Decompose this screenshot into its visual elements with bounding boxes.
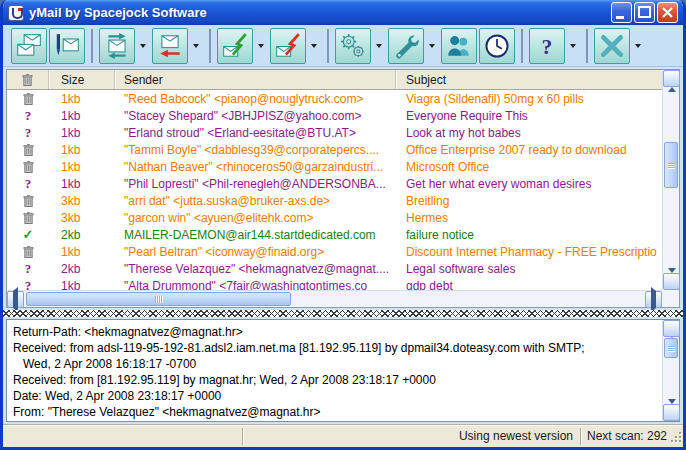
email-row[interactable]: ?1kb"Phil Lopresti" <Phil-renegleh@ANDER… bbox=[7, 175, 662, 192]
scroll-right-button[interactable] bbox=[645, 291, 662, 308]
email-sender: "garcon win" <ayuen@elitehk.com> bbox=[115, 211, 396, 225]
email-row[interactable]: 3kb"garcon win" <ayuen@elitehk.com>Herme… bbox=[7, 209, 662, 226]
email-size: 2kb bbox=[49, 262, 115, 276]
tools-dropdown-caret[interactable] bbox=[426, 28, 437, 64]
process-bad-icon bbox=[274, 32, 302, 60]
compose-icon bbox=[53, 32, 81, 60]
email-subject: Look at my hot babes bbox=[396, 126, 662, 140]
scroll-thumb[interactable] bbox=[664, 338, 678, 358]
trash-cell bbox=[7, 211, 49, 225]
email-row[interactable]: ?1kb"Alta Drummond" <7fair@washingtontim… bbox=[7, 277, 662, 290]
email-row[interactable]: 1kb"Pearl Beltran" <iconway@finaid.org>D… bbox=[7, 243, 662, 260]
compose-button[interactable] bbox=[49, 28, 85, 64]
send-receive-button[interactable] bbox=[99, 28, 135, 64]
email-row[interactable]: ?1kb"Erland stroud" <Erland-eesitate@BTU… bbox=[7, 124, 662, 141]
email-size: 1kb bbox=[49, 245, 115, 259]
process-bad-button[interactable] bbox=[270, 28, 306, 64]
contacts-button[interactable] bbox=[441, 28, 477, 64]
scroll-up-button[interactable] bbox=[663, 70, 680, 87]
column-header-size[interactable]: Size bbox=[49, 70, 115, 89]
return-mail-icon bbox=[156, 32, 184, 60]
send-receive-dropdown-caret[interactable] bbox=[137, 28, 148, 64]
settings-icon bbox=[339, 32, 367, 60]
header-line: Received: from adsl-119-95-192-81.adsl2.… bbox=[13, 340, 660, 356]
pane-splitter[interactable] bbox=[3, 310, 683, 317]
scroll-track[interactable] bbox=[663, 87, 679, 273]
email-sender: MAILER-DAEMON@air144.startdedicated.com bbox=[115, 228, 396, 242]
email-row[interactable]: 1kb"Reed Babcock" <pianop@nouglytruck.co… bbox=[7, 90, 662, 107]
email-subject: Viagra (Sildenafil) 50mg x 60 pills bbox=[396, 92, 662, 106]
scroll-down-button[interactable] bbox=[663, 273, 680, 290]
process-good-button[interactable] bbox=[217, 28, 253, 64]
exit-button[interactable] bbox=[594, 28, 630, 64]
scroll-track[interactable] bbox=[663, 337, 679, 404]
email-sender: "Alta Drummond" <7fair@washingtontimes.c… bbox=[115, 279, 396, 291]
scrollbar-corner bbox=[662, 290, 679, 307]
email-subject: Legal software sales bbox=[396, 262, 662, 276]
list-horizontal-scrollbar[interactable] bbox=[7, 290, 662, 307]
arrow-down-icon bbox=[668, 273, 676, 291]
return-mail-button[interactable] bbox=[152, 28, 188, 64]
toolbar-separator bbox=[91, 29, 93, 63]
trash-icon bbox=[23, 160, 34, 174]
email-size: 1kb bbox=[49, 109, 115, 123]
scroll-track[interactable] bbox=[24, 291, 645, 307]
return-mail-dropdown-caret[interactable] bbox=[190, 28, 201, 64]
maximize-button[interactable] bbox=[634, 2, 655, 23]
process-good-dropdown-caret[interactable] bbox=[255, 28, 266, 64]
close-button[interactable] bbox=[657, 2, 678, 23]
email-row[interactable]: 3kb"arri dat" <jutta.suska@bruker-axs.de… bbox=[7, 192, 662, 209]
tools-icon bbox=[392, 32, 420, 60]
email-size: 3kb bbox=[49, 194, 115, 208]
minimize-icon bbox=[612, 3, 631, 22]
settings-button[interactable] bbox=[335, 28, 371, 64]
titlebar[interactable]: yMail by Spacejock Software bbox=[3, 0, 683, 25]
status-version: Using newest version bbox=[243, 428, 581, 445]
resize-grip[interactable] bbox=[668, 428, 683, 445]
message-list: Size Sender Subject 1kb"Reed Babcock" <p… bbox=[6, 69, 680, 308]
exit-dropdown-caret[interactable] bbox=[632, 28, 643, 64]
preview-vertical-scrollbar[interactable] bbox=[662, 320, 679, 421]
exit-icon bbox=[598, 32, 626, 60]
scroll-thumb[interactable] bbox=[664, 142, 678, 188]
trash-icon bbox=[22, 73, 33, 87]
minimize-button[interactable] bbox=[611, 2, 632, 23]
arrow-up-icon bbox=[668, 320, 676, 338]
email-size: 1kb bbox=[49, 126, 115, 140]
check-icon: ✓ bbox=[7, 227, 49, 242]
column-header-delete[interactable] bbox=[7, 70, 49, 89]
toolbar-separator bbox=[327, 29, 329, 63]
process-good-icon bbox=[221, 32, 249, 60]
scroll-up-button[interactable] bbox=[663, 320, 680, 337]
email-row[interactable]: ✓2kbMAILER-DAEMON@air144.startdedicated.… bbox=[7, 226, 662, 243]
arrow-left-icon bbox=[13, 291, 18, 309]
email-row[interactable]: ?1kb"Stacey Shepard" <JBHJPISZ@yahoo.com… bbox=[7, 107, 662, 124]
toolbar-separator bbox=[521, 29, 523, 63]
process-bad-dropdown-caret[interactable] bbox=[308, 28, 319, 64]
mailboxes-button[interactable] bbox=[11, 28, 47, 64]
tools-button[interactable] bbox=[388, 28, 424, 64]
app-window: yMail by Spacejock Software ? bbox=[0, 0, 686, 450]
mailboxes-icon bbox=[15, 32, 43, 60]
list-vertical-scrollbar[interactable] bbox=[662, 70, 679, 290]
email-row[interactable]: 1kb"Nathan Beaver" <rhinoceros50@garzain… bbox=[7, 158, 662, 175]
column-header-subject[interactable]: Subject bbox=[396, 70, 662, 89]
scroll-left-button[interactable] bbox=[7, 291, 24, 308]
email-row[interactable]: 1kb"Tammi Boyle" <dabblesg39@corporatepe… bbox=[7, 141, 662, 158]
app-icon bbox=[8, 5, 24, 21]
column-header-sender[interactable]: Sender bbox=[115, 70, 396, 89]
arrow-right-icon bbox=[651, 291, 656, 309]
email-subject: Discount Internet Pharmacy - FREE Prescr… bbox=[396, 245, 662, 259]
email-subject: Get her what every woman desires bbox=[396, 177, 662, 191]
settings-dropdown-caret[interactable] bbox=[373, 28, 384, 64]
schedule-button[interactable] bbox=[479, 28, 515, 64]
email-row[interactable]: ?2kb"Therese Velazquez" <hekmagnatvez@ma… bbox=[7, 260, 662, 277]
email-sender: "arri dat" <jutta.suska@bruker-axs.de> bbox=[115, 194, 396, 208]
arrow-up-icon bbox=[668, 70, 676, 88]
help-button[interactable]: ? bbox=[529, 28, 565, 64]
scroll-down-button[interactable] bbox=[663, 404, 680, 421]
help-dropdown-caret[interactable] bbox=[567, 28, 578, 64]
question-icon: ? bbox=[7, 176, 49, 192]
question-icon: ? bbox=[7, 125, 49, 141]
scroll-thumb[interactable] bbox=[26, 292, 291, 306]
